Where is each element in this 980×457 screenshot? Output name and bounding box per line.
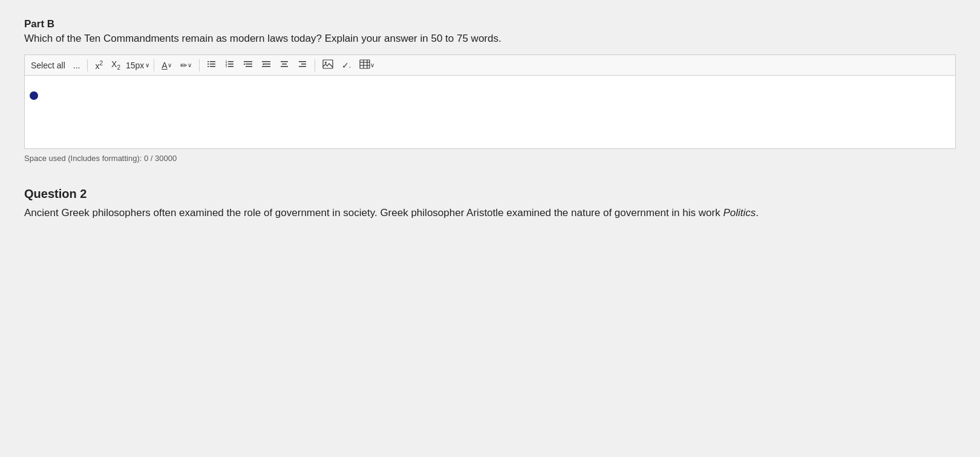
checkmark-button[interactable]: ✓ . <box>339 59 354 72</box>
superscript-button[interactable]: x2 <box>92 58 106 73</box>
unordered-list-button[interactable] <box>204 58 220 73</box>
subscript-label: X2 <box>111 59 120 71</box>
subscript-button[interactable]: X2 <box>108 58 123 73</box>
svg-rect-17 <box>264 64 270 65</box>
align-center-button[interactable] <box>276 58 292 73</box>
align-center-icon <box>279 59 289 71</box>
svg-rect-24 <box>301 64 306 65</box>
align-right-button[interactable] <box>295 58 310 73</box>
svg-rect-23 <box>299 61 306 62</box>
select-all-button[interactable]: Select all <box>28 59 68 71</box>
table-icon <box>359 59 370 71</box>
indent-decrease-button[interactable] <box>258 58 274 73</box>
font-size-group: 15px ∨ <box>126 61 149 70</box>
svg-rect-25 <box>299 66 306 67</box>
page-container: Part B Which of the Ten Commandments rem… <box>0 0 980 239</box>
text-color-label: A <box>162 61 167 70</box>
indent-decrease-icon <box>261 59 271 71</box>
indent-increase-button[interactable] <box>240 58 256 73</box>
svg-rect-1 <box>210 64 215 65</box>
svg-rect-12 <box>244 61 252 62</box>
svg-rect-0 <box>210 61 215 62</box>
editor-content-area[interactable] <box>25 76 955 148</box>
checkmark-icon: ✓ <box>342 61 349 70</box>
toolbar-divider-3 <box>199 59 200 71</box>
svg-rect-3 <box>207 61 209 62</box>
highlight-button[interactable]: ✏ ∨ <box>177 59 195 72</box>
svg-rect-7 <box>228 64 234 65</box>
unordered-list-icon <box>207 59 217 71</box>
svg-rect-14 <box>246 66 252 67</box>
highlight-chevron: ∨ <box>188 62 192 68</box>
svg-rect-28 <box>360 60 370 68</box>
ordered-list-icon: 1. 2. 3. <box>225 59 235 71</box>
image-icon <box>322 59 333 71</box>
svg-rect-5 <box>207 66 209 67</box>
question-2-text: Ancient Greek philosophers often examine… <box>24 205 956 221</box>
svg-marker-15 <box>244 64 246 65</box>
superscript-label: x2 <box>95 60 103 71</box>
svg-rect-21 <box>282 64 287 65</box>
svg-rect-22 <box>281 66 288 67</box>
svg-rect-6 <box>228 61 234 62</box>
part-b-question: Which of the Ten Commandments remain as … <box>24 33 956 45</box>
svg-marker-19 <box>262 64 264 65</box>
font-size-chevron: ∨ <box>145 62 149 68</box>
svg-text:3.: 3. <box>225 64 227 68</box>
align-right-icon <box>298 59 307 71</box>
svg-rect-20 <box>281 61 288 62</box>
svg-rect-4 <box>207 64 209 65</box>
svg-rect-13 <box>246 64 252 65</box>
part-b-section: Part B Which of the Ten Commandments rem… <box>24 18 956 45</box>
svg-rect-8 <box>228 66 234 67</box>
toolbar-divider-4 <box>315 59 315 71</box>
indent-increase-icon <box>243 59 253 71</box>
editor-toolbar: Select all ... x2 X2 15px ∨ A ∨ <box>25 55 955 76</box>
text-color-chevron: ∨ <box>168 62 172 68</box>
space-used-label: Space used (Includes formatting): 0 / 30… <box>24 154 956 163</box>
question-2-label: Question 2 <box>24 187 956 201</box>
highlight-icon: ✏ <box>180 61 188 70</box>
question-2-section: Question 2 Ancient Greek philosophers of… <box>24 187 956 221</box>
svg-rect-16 <box>262 61 270 62</box>
svg-point-27 <box>325 62 327 64</box>
more-options-button[interactable]: ... <box>70 59 83 72</box>
checkmark-dot: . <box>349 61 351 70</box>
table-button[interactable]: ∨ <box>356 58 377 73</box>
svg-rect-18 <box>262 66 270 67</box>
image-button[interactable] <box>319 58 336 73</box>
rich-text-editor[interactable]: Select all ... x2 X2 15px ∨ A ∨ <box>24 54 956 149</box>
svg-rect-2 <box>210 66 215 67</box>
table-chevron: ∨ <box>370 62 374 68</box>
svg-rect-26 <box>323 60 333 68</box>
cursor-indicator <box>30 91 38 100</box>
part-b-label: Part B <box>24 18 956 30</box>
toolbar-divider-2 <box>154 59 154 71</box>
toolbar-divider-1 <box>87 59 88 71</box>
font-size-label: 15px <box>126 61 144 70</box>
text-color-button[interactable]: A ∨ <box>158 59 174 72</box>
ordered-list-button[interactable]: 1. 2. 3. <box>222 58 238 73</box>
